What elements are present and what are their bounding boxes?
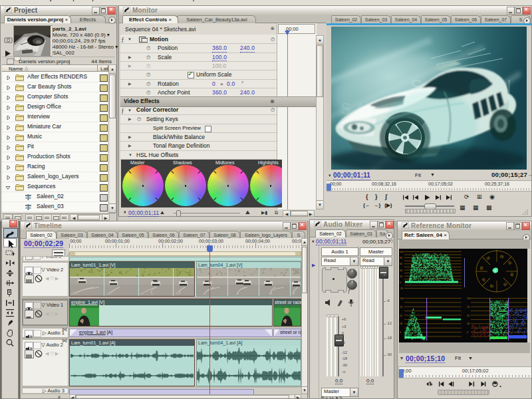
svg-text:52: 52 [400, 315, 402, 317]
svg-text:76: 76 [400, 306, 402, 309]
svg-text:-20: -20 [400, 287, 403, 290]
svg-text:100: 100 [400, 297, 404, 300]
svg-text:52: 52 [467, 315, 469, 317]
svg-text:28: 28 [400, 323, 402, 325]
svg-text:100: 100 [400, 251, 404, 253]
svg-text:76: 76 [467, 306, 469, 309]
svg-text:20: 20 [400, 275, 402, 278]
svg-text:28: 28 [467, 323, 469, 325]
svg-text:40: 40 [400, 269, 402, 272]
svg-text:100: 100 [467, 297, 471, 300]
svg-text:60: 60 [400, 263, 402, 265]
svg-text:80: 80 [400, 257, 402, 259]
svg-text:4: 4 [467, 331, 468, 334]
svg-text:4: 4 [400, 331, 401, 334]
svg-text:0: 0 [400, 281, 401, 284]
